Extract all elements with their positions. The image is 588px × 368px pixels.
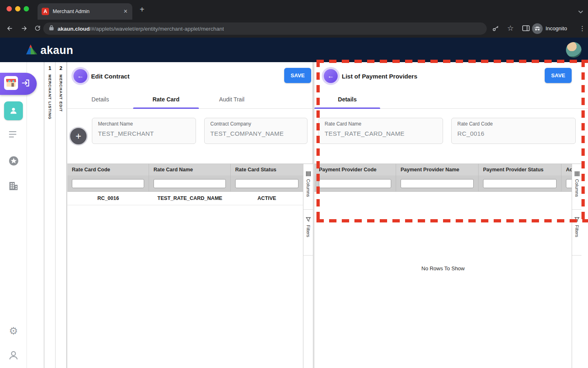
maximize-window-button[interactable] bbox=[24, 6, 29, 11]
columns-tool[interactable]: Columns bbox=[572, 164, 581, 210]
empty-table-message: No Rows To Show bbox=[314, 265, 572, 272]
column-header[interactable]: Payment Provider Status bbox=[479, 164, 561, 175]
side-panel-icon[interactable] bbox=[522, 25, 530, 33]
url-path: /#/applets/wavelet/erp/entity/merchant-a… bbox=[90, 26, 224, 32]
settings-gear-icon[interactable]: ⚙ bbox=[7, 325, 20, 337]
back-icon[interactable] bbox=[5, 25, 15, 34]
nav-strip-merchant-edit[interactable]: 2 MERCHANT EDIT bbox=[56, 62, 67, 368]
forward-icon[interactable] bbox=[19, 25, 29, 34]
incognito-label: Incognito bbox=[546, 25, 567, 31]
filter-input-provider-name[interactable] bbox=[401, 179, 474, 188]
password-key-icon[interactable] bbox=[492, 25, 499, 34]
sidebar-item-merchant-active[interactable] bbox=[4, 101, 23, 120]
filters-label: Filters bbox=[306, 225, 311, 237]
panel-title: List of Payment Providers bbox=[342, 73, 417, 80]
tab-details[interactable]: Details bbox=[67, 91, 133, 108]
url-domain: akaun.cloud bbox=[58, 26, 90, 32]
sidebar-divider bbox=[27, 62, 27, 368]
panel-tabs: Details Rate Card Audit Trail bbox=[67, 91, 312, 109]
payment-provider-table: Payment Provider Code Payment Provider N… bbox=[314, 164, 572, 368]
filter-input-rate-card-name[interactable] bbox=[154, 179, 226, 188]
cell-rate-card-status: ACTIVE bbox=[231, 195, 303, 201]
sidebar-item-listing[interactable] bbox=[7, 129, 20, 140]
sidebar-item-favorites[interactable] bbox=[7, 155, 20, 167]
save-button[interactable]: SAVE bbox=[545, 68, 572, 83]
filter-input-rate-card-status[interactable] bbox=[235, 179, 298, 188]
user-avatar[interactable] bbox=[566, 42, 581, 58]
profile-outline-icon[interactable] bbox=[7, 349, 20, 361]
annotation-dash-top bbox=[316, 60, 588, 63]
url-text: akaun.cloud/#/applets/wavelet/erp/entity… bbox=[58, 26, 224, 32]
contract-company-field[interactable]: Contract Company TEST_COMPANY_NAME bbox=[204, 118, 307, 144]
tab-search-chevron-icon[interactable] bbox=[578, 8, 583, 15]
field-value: RC_0016 bbox=[457, 130, 570, 137]
icon-sidebar: ⚙ bbox=[0, 62, 44, 368]
table-header-row: Payment Provider Code Payment Provider N… bbox=[314, 164, 572, 175]
close-window-button[interactable] bbox=[7, 6, 12, 11]
minimize-window-button[interactable] bbox=[15, 6, 20, 11]
strip-label: MERCHANT LISTING bbox=[48, 74, 52, 119]
tab-rate-card[interactable]: Rate Card bbox=[133, 91, 199, 108]
field-value: TEST_MERCHANT bbox=[98, 130, 190, 137]
filter-input-cut[interactable] bbox=[566, 179, 572, 188]
column-header[interactable]: Rate Card Status bbox=[231, 164, 303, 175]
tab-audit-trail[interactable]: Audit Trail bbox=[199, 91, 265, 108]
filters-label: Filters bbox=[575, 225, 579, 237]
back-button[interactable]: ← bbox=[322, 67, 340, 85]
incognito-icon bbox=[532, 23, 543, 34]
strip-number: 1 bbox=[45, 65, 55, 71]
filter-input-rate-card-code[interactable] bbox=[72, 179, 144, 188]
field-label: Rate Card Name bbox=[325, 121, 437, 127]
column-header[interactable]: Rate Card Name bbox=[149, 164, 231, 175]
annotation-dash-left bbox=[316, 60, 320, 222]
filter-funnel-icon bbox=[306, 217, 311, 222]
column-header[interactable]: Ac bbox=[561, 164, 572, 175]
login-arrow-icon bbox=[21, 79, 30, 89]
column-header[interactable]: Payment Provider Name bbox=[396, 164, 479, 175]
browser-menu-icon[interactable]: ⋮ bbox=[579, 25, 586, 32]
strip-label: MERCHANT EDIT bbox=[59, 74, 63, 112]
add-button[interactable]: + bbox=[69, 127, 88, 146]
column-header[interactable]: Rate Card Code bbox=[67, 164, 149, 175]
lock-icon bbox=[49, 25, 54, 32]
table-row[interactable]: RC_0016 TEST_RATE_CARD_NAME ACTIVE bbox=[67, 192, 303, 205]
columns-icon bbox=[306, 171, 311, 176]
filter-input-provider-code[interactable] bbox=[319, 179, 391, 188]
columns-tool[interactable]: Columns bbox=[303, 164, 313, 210]
field-label: Merchant Name bbox=[98, 121, 190, 127]
save-button[interactable]: SAVE bbox=[284, 68, 311, 83]
address-bar[interactable]: akaun.cloud/#/applets/wavelet/erp/entity… bbox=[43, 22, 487, 35]
rate-card-name-field[interactable]: Rate Card Name TEST_RATE_CARD_NAME bbox=[318, 118, 443, 144]
column-header[interactable]: Payment Provider Code bbox=[314, 164, 396, 175]
new-tab-button[interactable]: + bbox=[140, 5, 145, 14]
filters-tool[interactable]: Filters bbox=[303, 210, 313, 256]
tab-favicon: A bbox=[42, 8, 49, 15]
sidebar-item-merchant-applet[interactable] bbox=[0, 73, 37, 95]
star-badge-icon bbox=[8, 155, 19, 166]
filter-input-provider-status[interactable] bbox=[483, 179, 557, 188]
cell-rate-card-code: RC_0016 bbox=[67, 195, 149, 201]
screen: A Merchant Admin × + akaun.cloud/#/apple… bbox=[0, 0, 588, 368]
reload-icon[interactable] bbox=[33, 25, 42, 33]
field-label: Rate Card Code bbox=[457, 121, 570, 127]
merchant-name-field[interactable]: Merchant Name TEST_MERCHANT bbox=[92, 118, 196, 144]
sidebar-item-organization[interactable] bbox=[7, 181, 20, 191]
akaun-logo: akaun bbox=[25, 44, 74, 57]
bookmark-star-icon[interactable]: ☆ bbox=[507, 24, 514, 33]
app-header: akaun bbox=[0, 38, 588, 62]
panel-tabs: Details bbox=[314, 91, 588, 109]
building-icon bbox=[8, 181, 19, 191]
browser-tab[interactable]: A Merchant Admin × bbox=[38, 3, 132, 20]
rate-card-table: Rate Card Code Rate Card Name Rate Card … bbox=[67, 164, 303, 368]
rate-card-code-field[interactable]: Rate Card Code RC_0016 bbox=[451, 118, 576, 144]
browser-urlbar: akaun.cloud/#/applets/wavelet/erp/entity… bbox=[0, 20, 588, 38]
tab-close-icon[interactable]: × bbox=[123, 8, 128, 15]
back-button[interactable]: ← bbox=[71, 67, 89, 85]
columns-label: Columns bbox=[306, 179, 311, 197]
annotation-dash-right bbox=[581, 60, 585, 222]
filters-tool[interactable]: Filters bbox=[572, 210, 581, 256]
annotation-dash-bottom bbox=[316, 219, 588, 222]
tab-details[interactable]: Details bbox=[314, 91, 380, 108]
nav-strip-merchant-listing[interactable]: 1 MERCHANT LISTING bbox=[45, 62, 56, 368]
table-header-row: Rate Card Code Rate Card Name Rate Card … bbox=[67, 164, 303, 175]
